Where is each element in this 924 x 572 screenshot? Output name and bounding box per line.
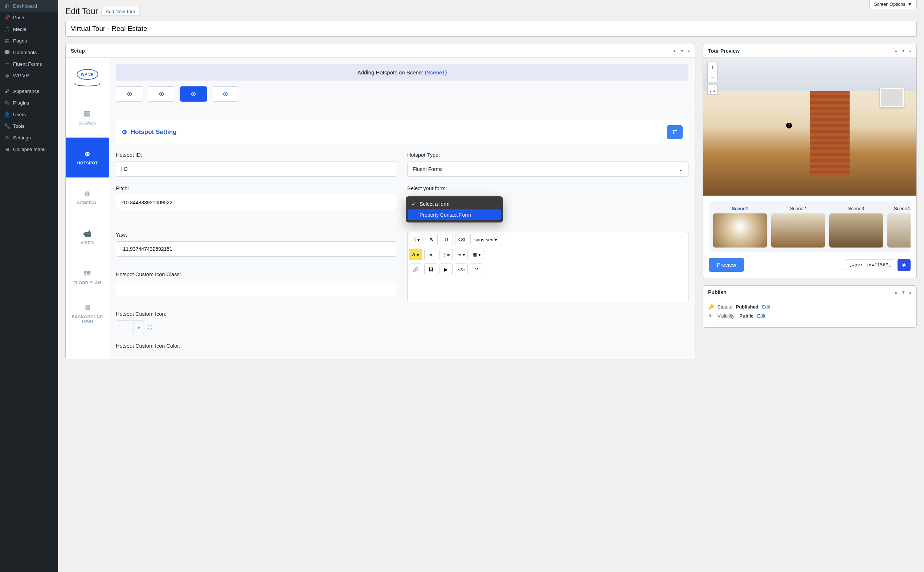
scene-thumb-1[interactable]: Scene1 xyxy=(713,206,767,247)
panorama-preview[interactable]: + − ⛶ i xyxy=(703,58,916,196)
menu-posts[interactable]: 📌Posts xyxy=(0,12,58,23)
rte-ol-button[interactable]: ⋮≡ xyxy=(439,249,453,260)
form-dropdown-popup: ✓ Select a form Property Contact Form xyxy=(406,196,503,222)
scene-banner: Adding Hotspots on Scene: (Scene1) xyxy=(116,64,688,81)
pitch-input[interactable] xyxy=(116,195,397,210)
hotspot-id-input[interactable] xyxy=(116,162,397,177)
menu-collapse[interactable]: ◀Collapse menu xyxy=(0,143,58,155)
gear-icon: ⚙ xyxy=(84,190,90,198)
preview-button[interactable]: Preview xyxy=(709,258,744,272)
edit-visibility-link[interactable]: Edit xyxy=(757,313,765,319)
collapse-icon: ◀ xyxy=(4,146,10,152)
custom-icon-class-input[interactable] xyxy=(116,281,397,296)
icon-preview xyxy=(116,320,134,334)
scene-thumb-4[interactable]: Scene4 xyxy=(887,206,910,247)
scene-thumb-2[interactable]: Scene2 xyxy=(771,206,825,247)
admin-sidebar: ◐Dashboard 📌Posts 🎵Media ▤Pages 💬Comment… xyxy=(0,0,58,572)
rte-erase-button[interactable]: ⌫ xyxy=(455,234,468,246)
zoom-in-button[interactable]: + xyxy=(707,62,717,72)
icon-dropdown-button[interactable]: ▾ xyxy=(134,320,144,334)
plug-icon: 🔌 xyxy=(4,100,10,106)
hotspot-btn-add[interactable] xyxy=(211,86,239,102)
hotspot-btn-3[interactable] xyxy=(180,86,207,102)
tab-floorplan[interactable]: 🗺 FLOOR PLAN xyxy=(66,257,109,297)
panel-toggle-icon[interactable]: ▴ xyxy=(909,49,911,53)
custom-icon-label: Hotspot Custom Icon: xyxy=(116,311,397,317)
yaw-input[interactable] xyxy=(116,241,397,256)
menu-comments[interactable]: 💬Comments xyxy=(0,47,58,58)
rte-image-button[interactable]: 🖼 xyxy=(424,264,437,275)
tab-video[interactable]: 📹 VIDEO xyxy=(66,218,109,257)
panel-down-icon[interactable]: ▼ xyxy=(902,49,905,53)
panel-up-icon[interactable]: ▲ xyxy=(894,290,898,295)
rte-magic-button[interactable]: ✨▾ xyxy=(409,234,422,246)
hotspot-type-select[interactable]: Fluent Forms ⌄ xyxy=(407,162,688,177)
hotspot-id-label: Hotspot ID: xyxy=(116,152,397,158)
panel-down-icon[interactable]: ▼ xyxy=(680,49,684,53)
yaw-label: Yaw: xyxy=(116,232,397,238)
scene-thumb-3[interactable]: Scene3 xyxy=(829,206,883,247)
wrench-icon: 🔧 xyxy=(4,123,10,129)
dropdown-opt-select-a-form[interactable]: ✓ Select a form xyxy=(408,199,501,210)
menu-settings[interactable]: ⚙Settings xyxy=(0,132,58,143)
rte-ul-button[interactable]: ≡ xyxy=(424,249,437,260)
icon-help-button[interactable]: ⓘ xyxy=(148,324,152,331)
key-icon: 🔑 xyxy=(708,304,714,309)
panel-down-icon[interactable]: ▼ xyxy=(902,290,905,295)
rte-link-button[interactable]: 🔗 xyxy=(409,264,422,275)
svg-point-5 xyxy=(193,94,194,95)
screen-options-toggle[interactable]: Screen Options ▼ xyxy=(869,0,917,9)
tab-scenes[interactable]: 🖼 SCENES xyxy=(66,98,109,138)
menu-fluentforms[interactable]: ▭Fluent Forms xyxy=(0,58,58,70)
menu-plugins[interactable]: 🔌Plugins xyxy=(0,97,58,109)
chevron-down-icon: ⌄ xyxy=(679,166,683,172)
menu-media[interactable]: 🎵Media xyxy=(0,23,58,35)
rte-bold-button[interactable]: B xyxy=(425,234,438,246)
menu-appearance[interactable]: 🖌Appearance xyxy=(0,85,58,97)
rte-indent-button[interactable]: ⇥ ▾ xyxy=(455,249,468,260)
panel-up-icon[interactable]: ▲ xyxy=(894,49,898,53)
devices-icon: 🖥 xyxy=(84,304,91,312)
custom-icon-color-label: Hotspot Custom Icon Color: xyxy=(116,343,397,349)
scene-link[interactable]: (Scene1) xyxy=(425,69,447,76)
rte-textcolor-button[interactable]: A ▾ xyxy=(409,249,422,260)
rte-content-area[interactable] xyxy=(408,277,688,302)
zoom-out-button[interactable]: − xyxy=(707,72,717,82)
hotspot-btn-1[interactable] xyxy=(116,86,143,102)
dropdown-opt-property-contact[interactable]: Property Contact Form xyxy=(408,210,501,220)
add-new-tour-button[interactable]: Add New Tour xyxy=(102,7,139,16)
rte-underline-button[interactable]: U xyxy=(440,234,453,246)
menu-pages[interactable]: ▤Pages xyxy=(0,35,58,47)
tab-general[interactable]: ⚙ GENERAL xyxy=(66,177,109,218)
tour-preview-box: Tour Preview ▲ ▼ ▴ + − ⛶ xyxy=(703,44,917,278)
fullscreen-button[interactable]: ⛶ xyxy=(707,85,717,95)
panel-up-icon[interactable]: ▲ xyxy=(672,49,677,53)
sliders-icon: ⚙ xyxy=(4,135,10,140)
rte-font-select[interactable]: sans-serif ▾ xyxy=(471,234,501,246)
select-form-label: Select your form: xyxy=(407,185,688,191)
hotspot-setting-title: Hotspot Setting xyxy=(130,129,177,136)
panel-toggle-icon[interactable]: ▴ xyxy=(909,290,911,295)
menu-wpvr[interactable]: ◎WP VR xyxy=(0,70,58,81)
delete-hotspot-button[interactable] xyxy=(667,125,683,139)
menu-tools[interactable]: 🔧Tools xyxy=(0,120,58,132)
pin-icon: 📌 xyxy=(4,14,10,20)
menu-users[interactable]: 👤Users xyxy=(0,109,58,120)
edit-status-link[interactable]: Edit xyxy=(762,304,770,309)
wpvr-logo-tab: WP VR xyxy=(66,58,109,98)
rte-code-button[interactable]: </> xyxy=(455,264,468,275)
menu-dashboard[interactable]: ◐Dashboard xyxy=(0,0,58,12)
tab-background[interactable]: 🖥 BACKGROUND TOUR xyxy=(66,297,109,330)
rte-table-button[interactable]: ▦ ▾ xyxy=(470,249,483,260)
panel-toggle-icon[interactable]: ▴ xyxy=(688,49,690,53)
vr-icon: ◎ xyxy=(4,73,10,78)
info-hotspot-icon[interactable]: i xyxy=(786,123,792,129)
wpvr-logo-icon: WP VR xyxy=(76,69,98,80)
copy-shortcode-button[interactable] xyxy=(898,259,910,271)
tab-hotspot[interactable]: ⊕ HOTSPOT xyxy=(66,138,109,177)
hotspot-btn-2[interactable] xyxy=(148,86,175,102)
tour-title-input[interactable] xyxy=(65,21,917,37)
svg-point-3 xyxy=(161,94,162,95)
rte-help-button[interactable]: ? xyxy=(470,264,483,275)
rte-video-button[interactable]: ▶ xyxy=(439,264,453,275)
